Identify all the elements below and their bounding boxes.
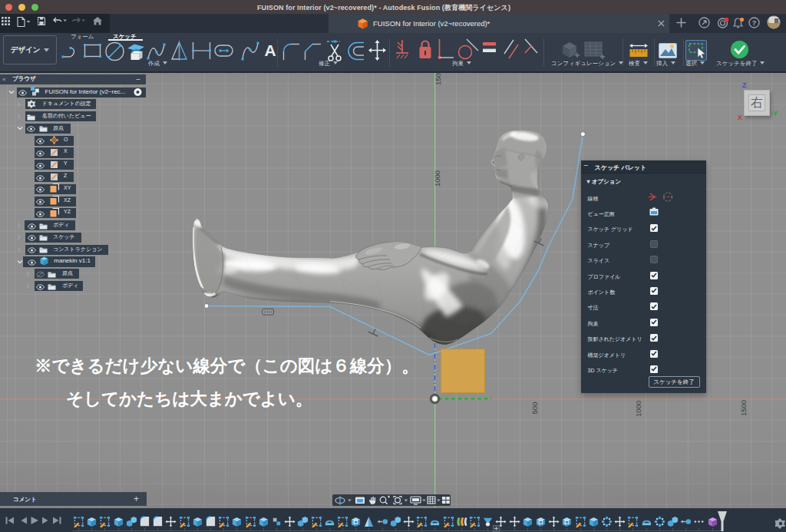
insert-image-icon[interactable] (659, 43, 677, 58)
expand-arrow-icon[interactable] (17, 246, 21, 253)
expand-arrow-icon[interactable] (17, 234, 21, 240)
circle-tool-icon[interactable] (104, 39, 125, 62)
visibility-eye-icon[interactable] (28, 255, 36, 269)
browser-tree-row[interactable]: FUISON for Interior (v2~rec... (0, 88, 154, 97)
add-tab-icon[interactable] (676, 18, 686, 28)
minimize-panel-icon[interactable]: − (136, 75, 140, 84)
notification-bell-icon[interactable] (732, 17, 745, 29)
timeline-feature-sketch-icon[interactable] (218, 516, 230, 527)
checkbox-checked[interactable] (650, 302, 658, 310)
checkbox-checked[interactable] (650, 334, 658, 342)
viewcube-face-label[interactable]: 右 (748, 94, 765, 111)
timeline-feature-sketch-icon[interactable] (416, 516, 428, 527)
timeline-feature-sketch-icon[interactable] (627, 516, 639, 527)
browser-tree-row[interactable]: Z (0, 172, 154, 182)
browser-panel-header[interactable]: « ブラウザ − (0, 74, 146, 85)
timeline-feature-shell-icon[interactable] (350, 516, 362, 527)
skip-to-start-icon[interactable] (6, 517, 15, 524)
tab-form[interactable]: フォーム (71, 33, 94, 41)
timeline-feature-sketch-icon[interactable] (575, 516, 586, 527)
extension-icon[interactable] (698, 17, 710, 28)
timeline-feature-join-icon[interactable] (126, 516, 137, 527)
timeline-feature-revolve-icon[interactable] (429, 516, 441, 527)
grid-icon[interactable] (428, 497, 435, 504)
pan-icon[interactable] (369, 497, 375, 504)
visibility-eye-icon[interactable] (18, 85, 27, 99)
timeline-feature-sketch-icon[interactable] (337, 516, 348, 527)
timeline-group-marker[interactable] (493, 525, 500, 532)
visibility-eye-icon[interactable] (27, 121, 35, 135)
checkbox-unchecked[interactable] (650, 256, 658, 263)
display-settings-icon[interactable] (411, 497, 421, 504)
sketch-palette-header[interactable]: − スケッチ パレット (581, 160, 707, 173)
skip-to-end-icon[interactable] (53, 517, 61, 524)
timeline-feature-mirror-icon[interactable] (363, 516, 375, 527)
timeline-feature-sketch-icon[interactable] (245, 516, 256, 527)
timeline-settings-gear-icon[interactable] (775, 518, 786, 529)
viewcube[interactable]: 右 (744, 90, 770, 116)
browser-tree-row[interactable]: X (0, 147, 154, 157)
spline-tool-icon[interactable] (147, 40, 166, 61)
browser-tree-row[interactable]: XY (0, 184, 154, 194)
browser-tree-row[interactable]: 原点 (0, 269, 154, 279)
grid-menu-icon[interactable] (2, 17, 10, 25)
close-tab-icon[interactable] (657, 19, 665, 28)
select-tool-button[interactable] (685, 40, 707, 61)
timeline-feature-sketch-icon[interactable] (99, 516, 111, 527)
dimension-tool-icon[interactable] (191, 41, 212, 61)
timeline-feature-shell-icon[interactable] (561, 516, 573, 527)
inspect-group-label[interactable]: 検査 (629, 60, 648, 68)
timeline-feature-sketch-icon[interactable] (311, 516, 322, 527)
text-tool-icon[interactable]: A (262, 41, 279, 60)
expand-chevron-icon[interactable] (8, 91, 15, 94)
step-back-icon[interactable] (21, 517, 28, 524)
collapse-panel-icon[interactable]: « (2, 76, 5, 83)
timeline-feature-fillet-icon[interactable] (205, 516, 216, 527)
finish-sketch-label[interactable]: スケッチを終了 (716, 60, 765, 68)
job-status-icon[interactable] (717, 17, 729, 29)
grid-dropdown-caret[interactable] (437, 500, 441, 502)
zoom-icon[interactable] (380, 496, 390, 504)
timeline-feature-join-icon[interactable] (297, 516, 309, 527)
timeline-feature-extrude-icon[interactable] (588, 516, 599, 527)
timeline-feature-sketch-icon[interactable] (469, 516, 481, 527)
timeline-feature-extrude-icon[interactable] (192, 516, 203, 527)
timeline-feature-form-icon[interactable] (456, 516, 467, 527)
timeline-feature-joint-icon[interactable] (377, 516, 388, 527)
parallel-constraint-icon[interactable] (503, 38, 520, 60)
browser-tree-row[interactable]: XZ (0, 197, 154, 207)
orbit-dropdown-caret[interactable] (348, 500, 352, 502)
timeline-feature-split-icon[interactable] (482, 516, 494, 527)
timeline-feature-extrude-icon[interactable] (113, 516, 124, 527)
redo-icon[interactable] (71, 17, 85, 24)
checkbox-unchecked[interactable] (650, 240, 658, 248)
browser-tree-row[interactable]: ボディ (0, 220, 154, 230)
workspace-selector-button[interactable]: デザイン (3, 35, 57, 64)
step-forward-icon[interactable] (42, 517, 48, 524)
save-icon[interactable] (38, 17, 45, 25)
timeline-feature-move-icon[interactable] (509, 516, 520, 527)
timeline-feature-move-icon[interactable] (614, 516, 626, 527)
modify-group-label[interactable]: 修正 (319, 60, 338, 68)
visibility-eye-icon[interactable] (36, 279, 45, 293)
checkbox-checked[interactable] (650, 224, 658, 232)
configure-icon[interactable] (560, 41, 580, 60)
timeline-feature-extrude-icon[interactable] (231, 516, 243, 527)
browser-tree-row[interactable]: O (0, 136, 154, 146)
expand-chevron-icon[interactable] (17, 260, 23, 264)
expand-arrow-icon[interactable] (17, 101, 21, 107)
timeline-feature-move-icon[interactable] (548, 516, 560, 527)
fit-dropdown-caret[interactable] (405, 500, 408, 502)
timeline-feature-circular-pattern-icon[interactable] (654, 516, 665, 527)
browser-tree-row[interactable]: 原点 (0, 124, 154, 134)
timeline-feature-joint-icon[interactable] (680, 516, 692, 527)
timeline-feature-revolve-icon[interactable] (641, 516, 652, 527)
line-tool-icon[interactable] (61, 41, 78, 61)
expand-arrow-icon[interactable] (17, 114, 21, 120)
checkbox-checked[interactable] (650, 272, 658, 279)
rectangle-tool-icon[interactable] (83, 43, 102, 58)
timeline-feature-extrude-icon[interactable] (86, 516, 97, 527)
document-tab[interactable]: FUISON for Interior (v2~recovered)* (329, 14, 669, 33)
expand-arrow-icon[interactable] (26, 271, 30, 277)
browser-tree-row[interactable]: スケッチ (0, 233, 154, 243)
